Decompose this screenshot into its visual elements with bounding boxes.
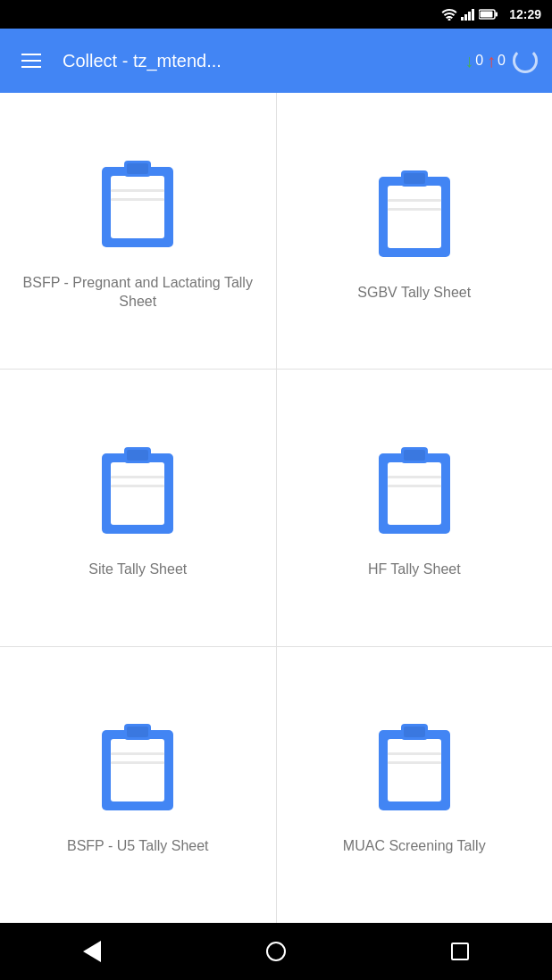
item-label-muac: MUAC Screening Tally: [343, 837, 486, 856]
svg-rect-33: [111, 739, 164, 801]
battery-icon: [479, 9, 498, 20]
signal-icon: [461, 8, 475, 21]
svg-rect-17: [404, 173, 425, 184]
app-title: Collect - tz_mtend...: [63, 51, 450, 71]
svg-rect-37: [111, 761, 164, 764]
svg-rect-31: [388, 485, 441, 487]
svg-rect-9: [111, 176, 164, 238]
svg-rect-23: [127, 450, 148, 461]
svg-rect-11: [127, 163, 148, 174]
svg-rect-24: [111, 476, 164, 478]
item-label-hf: HF Tally Sheet: [368, 561, 461, 579]
svg-rect-1: [461, 17, 464, 21]
hamburger-button[interactable]: [14, 46, 48, 75]
svg-rect-19: [388, 208, 441, 211]
status-icons: 12:29: [441, 7, 541, 21]
status-bar: 12:29: [0, 0, 552, 29]
svg-rect-12: [111, 189, 164, 192]
grid-item-bsfp-u5[interactable]: BSFP - U5 Tally Sheet: [0, 647, 276, 923]
clipboard-icon-bsfp-pregnant: [93, 154, 182, 256]
item-label-bsfp-pregnant: BSFP - Pregnant and Lactating Tally Shee…: [14, 274, 262, 311]
home-icon: [266, 942, 286, 961]
upload-count-value: 0: [498, 53, 506, 69]
svg-rect-15: [388, 186, 441, 248]
upload-arrow-icon: ↑: [487, 51, 496, 71]
svg-rect-7: [481, 12, 493, 18]
svg-rect-25: [111, 485, 164, 487]
svg-rect-21: [111, 462, 164, 525]
grid-item-hf[interactable]: HF Tally Sheet: [277, 370, 553, 645]
svg-rect-30: [388, 476, 441, 478]
download-count-value: 0: [475, 53, 483, 69]
item-label-site: Site Tally Sheet: [88, 561, 187, 579]
svg-rect-2: [464, 14, 467, 21]
upload-count: ↑ 0: [487, 51, 506, 71]
svg-rect-35: [127, 727, 148, 737]
grid-item-muac[interactable]: MUAC Screening Tally: [277, 647, 553, 923]
refresh-icon[interactable]: [513, 48, 538, 73]
svg-rect-13: [111, 198, 164, 201]
header-actions: ↓ 0 ↑ 0: [464, 48, 538, 73]
grid-item-bsfp-pregnant[interactable]: BSFP - Pregnant and Lactating Tally Shee…: [0, 93, 276, 369]
svg-rect-4: [472, 9, 474, 21]
status-time: 12:29: [509, 7, 541, 21]
nav-recents-button[interactable]: [433, 934, 487, 969]
form-grid: BSFP - Pregnant and Lactating Tally Shee…: [0, 93, 552, 923]
svg-rect-27: [388, 462, 441, 525]
wifi-icon: [441, 8, 457, 21]
svg-rect-36: [111, 752, 164, 755]
recents-icon: [451, 943, 469, 960]
svg-rect-29: [404, 450, 425, 461]
svg-rect-41: [404, 727, 425, 737]
svg-point-0: [448, 19, 451, 21]
nav-back-button[interactable]: [65, 934, 119, 969]
download-count: ↓ 0: [464, 51, 483, 71]
svg-rect-43: [388, 761, 441, 764]
clipboard-icon-site: [93, 440, 182, 543]
item-label-bsfp-u5: BSFP - U5 Tally Sheet: [67, 837, 209, 856]
svg-rect-42: [388, 752, 441, 755]
svg-rect-39: [388, 739, 441, 801]
grid-item-site[interactable]: Site Tally Sheet: [0, 370, 276, 645]
bottom-nav: [0, 923, 552, 980]
clipboard-icon-hf: [370, 440, 459, 543]
clipboard-icon-muac: [370, 717, 459, 819]
back-icon: [83, 941, 101, 962]
clipboard-icon-sgbv: [370, 163, 459, 266]
svg-rect-6: [496, 12, 498, 17]
app-bar: Collect - tz_mtend... ↓ 0 ↑ 0: [0, 29, 552, 93]
nav-home-button[interactable]: [249, 934, 303, 969]
svg-rect-3: [468, 12, 471, 21]
clipboard-icon-bsfp-u5: [93, 717, 182, 819]
item-label-sgbv: SGBV Tally Sheet: [357, 284, 471, 303]
svg-rect-18: [388, 199, 441, 202]
grid-item-sgbv[interactable]: SGBV Tally Sheet: [277, 93, 553, 369]
download-arrow-icon: ↓: [464, 51, 473, 71]
